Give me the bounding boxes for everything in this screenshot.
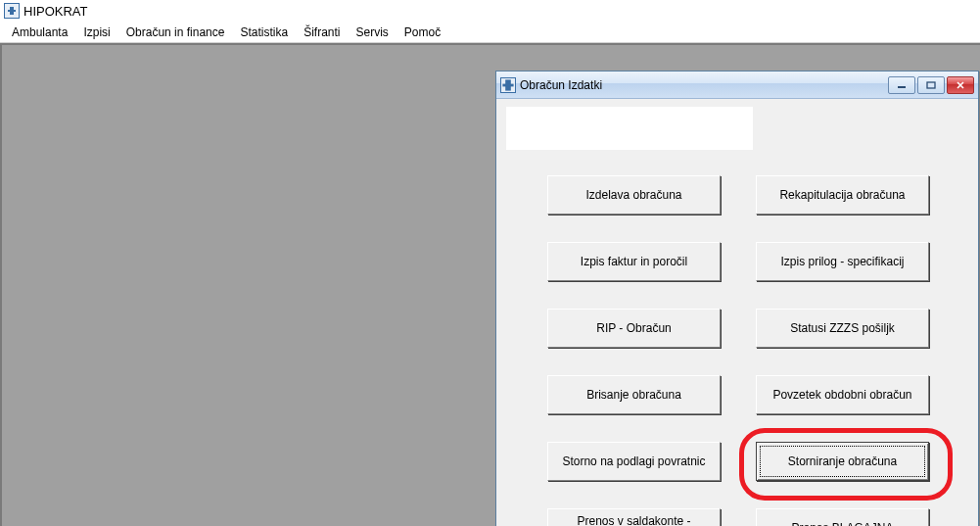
svg-rect-1 xyxy=(8,10,16,12)
menu-statistika[interactable]: Statistika xyxy=(232,23,296,42)
btn-rekapitulacija-obracuna[interactable]: Rekapitulacija obračuna xyxy=(756,175,929,215)
mdi-client-area: Obračun Izdatki Izdelava obračuna Rekapi… xyxy=(0,43,980,526)
svg-rect-5 xyxy=(927,82,935,88)
btn-storno-povratnic[interactable]: Storno na podlagi povratnic xyxy=(547,442,721,481)
btn-prenos-blagajna[interactable]: Prenos BLAGAJNA xyxy=(756,508,929,526)
dialog-body: Izdelava obračuna Rekapitulacija obračun… xyxy=(496,99,978,115)
btn-izpis-prilog[interactable]: Izpis prilog - specifikacij xyxy=(756,242,929,281)
dialog-title: Obračun Izdatki xyxy=(520,78,888,92)
btn-statusi-zzzs[interactable]: Statusi ZZZS pošiljk xyxy=(756,309,929,348)
info-panel xyxy=(506,107,753,150)
dialog-icon xyxy=(500,77,516,93)
menu-servis[interactable]: Servis xyxy=(349,23,397,42)
menu-pomoc[interactable]: Pomoč xyxy=(397,23,448,42)
btn-izdelava-obracuna[interactable]: Izdelava obračuna xyxy=(547,175,721,215)
btn-povzetek-obdobni[interactable]: Povzetek obdobni obračun xyxy=(756,375,929,414)
maximize-button[interactable] xyxy=(917,76,945,94)
svg-rect-3 xyxy=(502,83,513,86)
menu-obracun-finance[interactable]: Obračun in finance xyxy=(118,23,233,42)
btn-izpis-faktur[interactable]: Izpis faktur in poročil xyxy=(547,242,721,281)
svg-rect-4 xyxy=(898,86,906,88)
dialog-titlebar[interactable]: Obračun Izdatki xyxy=(496,72,978,99)
window-controls xyxy=(888,76,974,94)
app-title: HIPOKRAT xyxy=(23,4,88,19)
button-grid: Izdelava obračuna Rekapitulacija obračun… xyxy=(547,175,929,526)
btn-prenos-saldakonte[interactable]: Prenos v saldakonte - mesečni xyxy=(547,508,721,526)
close-button[interactable] xyxy=(947,76,974,94)
menu-ambulanta[interactable]: Ambulanta xyxy=(4,23,75,42)
menubar: Ambulanta Izpisi Obračun in finance Stat… xyxy=(0,22,980,43)
menu-izpisi[interactable]: Izpisi xyxy=(75,23,117,42)
minimize-button[interactable] xyxy=(888,76,915,94)
btn-rip-obracun[interactable]: RIP - Obračun xyxy=(547,309,721,348)
dialog-obracun-izdatki: Obračun Izdatki Izdelava obračuna Rekapi… xyxy=(495,71,979,526)
app-icon xyxy=(4,3,20,19)
menu-sifranti[interactable]: Šifranti xyxy=(296,23,348,42)
btn-brisanje-obracuna[interactable]: Brisanje obračuna xyxy=(547,375,721,414)
btn-storniranje-obracuna[interactable]: Storniranje obračuna xyxy=(756,442,929,481)
app-titlebar: HIPOKRAT xyxy=(0,0,980,22)
